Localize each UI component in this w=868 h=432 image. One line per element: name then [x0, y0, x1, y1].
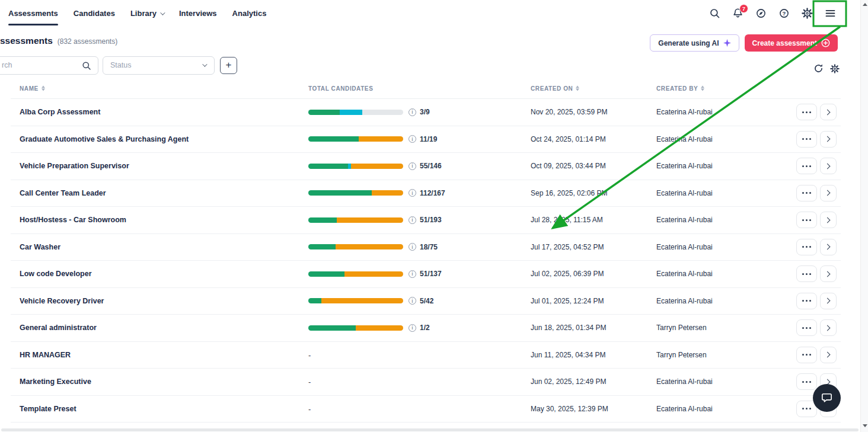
- row-open-button[interactable]: [820, 212, 837, 228]
- info-icon[interactable]: i: [409, 135, 416, 143]
- assessment-name-link[interactable]: General administrator: [20, 324, 97, 332]
- assessment-name-link[interactable]: Host/Hostess - Car Showroom: [20, 216, 126, 224]
- nav-item-analytics[interactable]: Analytics: [232, 0, 267, 27]
- assessment-name-link[interactable]: Vehicle Recovery Driver: [20, 297, 104, 305]
- nav-label: Candidates: [74, 0, 115, 27]
- row-menu-button[interactable]: [796, 293, 817, 309]
- sort-icon[interactable]: [42, 86, 45, 91]
- table-row: Alba Corp Assessmenti3/9Nov 20, 2025, 03…: [11, 99, 841, 126]
- row-menu-button[interactable]: [796, 158, 817, 174]
- row-open-button[interactable]: [820, 319, 837, 336]
- dot-icon: [802, 111, 804, 113]
- row-menu-button[interactable]: [796, 185, 817, 201]
- row-menu-button[interactable]: [796, 212, 817, 228]
- info-icon[interactable]: i: [409, 324, 416, 332]
- main-nav: Assessments Candidates Library Interview…: [8, 0, 282, 27]
- row-open-button[interactable]: [820, 239, 837, 255]
- row-open-button[interactable]: [820, 347, 837, 363]
- dot-icon: [802, 273, 804, 275]
- dot-icon: [809, 408, 811, 409]
- table-header-row: NAME TOTAL CANDIDATES CREATED ON CREATED…: [11, 78, 841, 99]
- refresh-icon[interactable]: [813, 63, 824, 73]
- candidate-count: 11/19: [420, 135, 437, 143]
- progress-segment: [356, 325, 403, 331]
- generate-ai-button[interactable]: Generate using AI: [650, 34, 739, 52]
- scroll-up-arrow-icon[interactable]: [863, 3, 867, 6]
- dot-icon: [806, 408, 808, 409]
- assessment-name-link[interactable]: Call Center Team Leader: [20, 189, 106, 197]
- vertical-scrollbar[interactable]: [860, 0, 868, 432]
- assessment-name-link[interactable]: Low code Developer: [20, 270, 92, 278]
- nav-item-assessments[interactable]: Assessments: [8, 0, 58, 27]
- info-icon[interactable]: i: [409, 189, 416, 197]
- assessment-name-link[interactable]: HR MANAGER: [20, 351, 71, 359]
- row-menu-button[interactable]: [796, 373, 817, 390]
- assessment-name-link[interactable]: Marketing Executive: [20, 377, 91, 386]
- row-actions: [796, 265, 837, 282]
- column-header-created-by[interactable]: CREATED BY: [656, 85, 704, 92]
- row-open-button[interactable]: [820, 158, 837, 174]
- status-filter-dropdown[interactable]: Status: [103, 56, 215, 75]
- candidate-count: 1/2: [420, 324, 430, 332]
- plus-icon: +: [226, 60, 232, 70]
- info-icon[interactable]: i: [409, 162, 416, 170]
- row-open-button[interactable]: [820, 104, 837, 120]
- assessment-name-link[interactable]: Vehicle Preparation Supervisor: [20, 162, 129, 170]
- search-icon[interactable]: [709, 8, 720, 19]
- row-open-button[interactable]: [820, 131, 837, 148]
- progress-segment: [308, 217, 337, 223]
- sort-icon[interactable]: [701, 86, 704, 91]
- dot-icon: [806, 111, 808, 113]
- horizontal-scrollbar[interactable]: [0, 427, 860, 432]
- row-menu-button[interactable]: [796, 265, 817, 282]
- sort-icon[interactable]: [576, 86, 579, 91]
- row-menu-button[interactable]: [796, 239, 817, 255]
- nav-item-interviews[interactable]: Interviews: [179, 0, 217, 27]
- info-icon[interactable]: i: [409, 297, 416, 305]
- top-navigation: Assessments Candidates Library Interview…: [0, 0, 860, 27]
- row-menu-button[interactable]: [796, 104, 817, 120]
- column-header-name[interactable]: NAME: [20, 85, 45, 92]
- assessment-name-link[interactable]: Template Preset: [20, 405, 76, 413]
- progress-bar: [308, 217, 403, 223]
- assessment-name-link[interactable]: Alba Corp Assessment: [20, 108, 100, 116]
- created-on-value: May 30, 2025, 12:39 PM: [531, 405, 608, 413]
- info-icon[interactable]: i: [409, 108, 416, 116]
- settings-gear-icon[interactable]: [802, 8, 813, 19]
- row-menu-button[interactable]: [796, 347, 817, 363]
- info-icon[interactable]: i: [409, 270, 416, 278]
- chevron-down-icon: [202, 62, 207, 66]
- horizontal-scrollbar-thumb[interactable]: [1, 428, 859, 431]
- row-open-button[interactable]: [820, 265, 837, 282]
- progress-bar: [308, 136, 403, 142]
- table-row: Marketing Executive-Jun 02, 2025, 12:49 …: [11, 369, 841, 396]
- assessment-name-link[interactable]: Car Washer: [20, 243, 60, 251]
- table-row: Call Center Team Leaderi112/167Sep 16, 2…: [11, 180, 841, 207]
- info-icon[interactable]: i: [409, 216, 416, 224]
- compass-icon[interactable]: [755, 8, 767, 19]
- chat-widget-button[interactable]: [813, 384, 841, 412]
- candidate-count: 5/42: [420, 297, 433, 305]
- column-header-total-candidates: TOTAL CANDIDATES: [308, 85, 373, 92]
- create-assessment-button[interactable]: Create assessment: [745, 34, 838, 52]
- add-filter-button[interactable]: +: [220, 57, 237, 74]
- assessment-name-link[interactable]: Graduate Automotive Sales & Purchasing A…: [20, 135, 189, 143]
- help-icon[interactable]: ?: [778, 8, 790, 19]
- row-menu-button[interactable]: [796, 131, 817, 148]
- created-by-value: Ecaterina Al-rubai: [656, 189, 713, 197]
- column-header-created-on[interactable]: CREATED ON: [531, 85, 579, 92]
- progress-segment: [308, 136, 359, 142]
- scroll-down-arrow-icon[interactable]: [863, 424, 867, 427]
- no-candidates-dash: -: [308, 350, 311, 359]
- search-input[interactable]: rch: [0, 56, 98, 75]
- row-menu-button[interactable]: [796, 319, 817, 336]
- nav-item-candidates[interactable]: Candidates: [74, 0, 115, 27]
- nav-item-library[interactable]: Library: [130, 0, 164, 27]
- menu-hamburger-icon[interactable]: [825, 8, 836, 19]
- row-open-button[interactable]: [820, 293, 837, 309]
- chevron-right-icon: [825, 244, 831, 250]
- info-icon[interactable]: i: [409, 243, 416, 251]
- table-settings-gear-icon[interactable]: [829, 63, 840, 73]
- row-open-button[interactable]: [820, 185, 837, 201]
- notifications-bell-icon[interactable]: 7: [732, 8, 743, 19]
